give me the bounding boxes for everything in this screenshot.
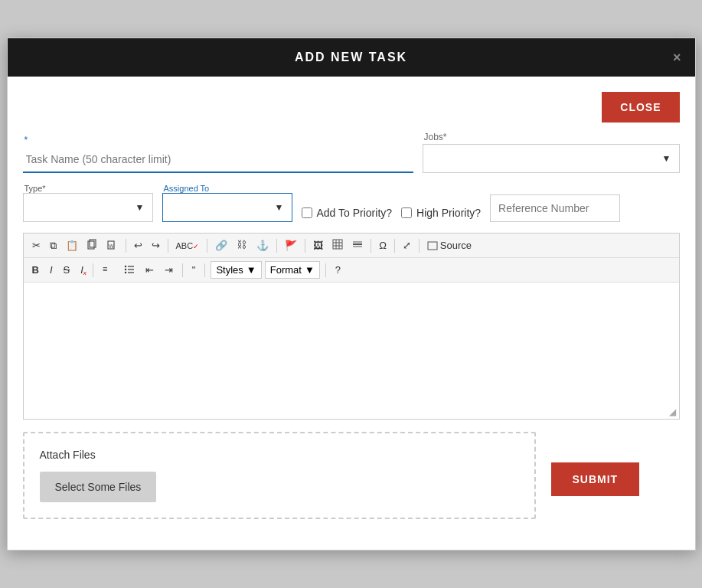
form-row-2: Type* ▼ Assigned To ▼ — [23, 184, 680, 222]
header-close-x[interactable]: × — [673, 50, 683, 66]
toolbar-sep-2 — [168, 239, 168, 253]
type-label: Type* — [23, 184, 153, 193]
reference-number-input[interactable] — [490, 194, 620, 222]
ordered-list-button[interactable]: ≡ — [99, 261, 117, 279]
toolbar-sep-11 — [204, 263, 205, 277]
format-dropdown[interactable]: Format ▼ — [265, 261, 320, 279]
editor-resize-handle[interactable]: ◢ — [24, 405, 679, 419]
attach-files-section: Attach Files Select Some Files — [23, 432, 536, 519]
spellcheck-button[interactable]: ABC✓ — [172, 239, 204, 253]
svg-rect-13 — [428, 242, 437, 250]
editor-toolbar-row1: ✂ ⧉ 📋 W ↩ ↪ ABC✓ 🔗 ⛓ ⚓ — [24, 234, 679, 258]
copy-button[interactable]: ⧉ — [46, 237, 60, 254]
toolbar-sep-5 — [305, 239, 305, 253]
cut-button[interactable]: ✂ — [28, 237, 44, 253]
image-button[interactable]: 🖼 — [309, 237, 327, 253]
outdent-button[interactable]: ⇤ — [142, 262, 158, 278]
toolbar-sep-1 — [126, 239, 126, 253]
fullscreen-button[interactable]: ⤢ — [399, 237, 415, 253]
styles-label: Styles — [216, 264, 243, 276]
toolbar-sep-9 — [93, 263, 93, 277]
toolbar-sep-4 — [276, 239, 277, 253]
modal-body: CLOSE * Jobs* ▼ Type* — [8, 77, 695, 550]
format-arrow: ▼ — [305, 264, 315, 276]
special-char-button[interactable]: Ω — [375, 237, 390, 253]
add-priority-checkbox[interactable] — [302, 207, 312, 218]
type-select[interactable] — [24, 194, 152, 221]
jobs-group: Jobs* ▼ — [423, 132, 680, 173]
task-name-input[interactable] — [23, 147, 413, 173]
modal-header: ADD NEW TASK × — [8, 38, 695, 77]
source-button[interactable]: Source — [423, 237, 475, 253]
strikethrough-button[interactable]: S — [60, 262, 74, 278]
assigned-to-group: Assigned To ▼ — [162, 184, 292, 222]
form-row-1: * Jobs* ▼ — [23, 132, 680, 173]
close-button[interactable]: CLOSE — [602, 92, 679, 122]
toolbar-sep-10 — [182, 263, 183, 277]
svg-point-17 — [125, 269, 126, 270]
high-priority-label: High Priority? — [416, 207, 481, 219]
jobs-select-wrapper: ▼ — [423, 144, 680, 173]
bold-button[interactable]: B — [28, 262, 43, 278]
anchor-button[interactable]: ⚓ — [253, 237, 273, 253]
jobs-label: Jobs* — [423, 132, 680, 142]
attach-files-label: Attach Files — [40, 449, 519, 461]
toolbar-sep-7 — [394, 239, 395, 253]
toolbar-sep-6 — [371, 239, 371, 253]
modal-container: ADD NEW TASK × CLOSE * Jobs* ▼ — [7, 38, 696, 550]
type-wrapper: ▼ — [23, 193, 153, 222]
styles-arrow: ▼ — [247, 264, 256, 276]
editor-container: ✂ ⧉ 📋 W ↩ ↪ ABC✓ 🔗 ⛓ ⚓ — [23, 233, 680, 420]
toolbar-sep-8 — [419, 239, 420, 253]
hr-button[interactable] — [348, 237, 367, 254]
link-button[interactable]: 🔗 — [211, 237, 231, 253]
svg-text:W: W — [109, 243, 114, 249]
editor-toolbar-row2: B I S Ix ≡ ⇤ ⇥ " Styles — [24, 258, 679, 283]
indent-button[interactable]: ⇥ — [161, 262, 177, 278]
svg-point-19 — [125, 272, 126, 273]
toolbar-sep-3 — [207, 239, 207, 253]
task-name-label: * — [23, 135, 413, 145]
high-priority-group: High Priority? — [401, 207, 481, 222]
editor-content-area[interactable] — [24, 283, 679, 405]
redo-button[interactable]: ↪ — [148, 237, 164, 253]
styles-dropdown[interactable]: Styles ▼ — [211, 261, 261, 279]
modal-title: ADD NEW TASK — [295, 51, 407, 64]
toolbar-sep-12 — [325, 263, 326, 277]
undo-button[interactable]: ↩ — [130, 237, 146, 253]
help-button[interactable]: ? — [331, 262, 344, 278]
assigned-to-select[interactable] — [163, 194, 292, 221]
high-priority-checkbox[interactable] — [401, 207, 412, 218]
resize-icon: ◢ — [669, 407, 676, 417]
svg-text:⛓: ⛓ — [237, 239, 247, 250]
table-button[interactable] — [328, 237, 347, 254]
unordered-list-button[interactable] — [120, 261, 139, 279]
type-group: Type* ▼ — [23, 184, 153, 222]
blockquote-button[interactable]: " — [188, 262, 200, 278]
svg-point-15 — [125, 266, 126, 267]
bottom-section: Attach Files Select Some Files SUBMIT — [23, 432, 680, 534]
source-label: Source — [440, 240, 472, 251]
paste-word-button[interactable]: W — [103, 237, 122, 254]
submit-button[interactable]: SUBMIT — [551, 462, 640, 496]
remove-format-button[interactable]: Ix — [77, 262, 87, 278]
flag-button[interactable]: 🚩 — [281, 237, 301, 253]
svg-rect-5 — [333, 240, 342, 249]
select-files-button[interactable]: Select Some Files — [40, 472, 157, 502]
submit-wrapper: SUBMIT — [551, 432, 640, 496]
add-priority-group: Add To Priority? — [302, 207, 393, 222]
assigned-to-wrapper: ▼ — [162, 193, 292, 222]
format-label: Format — [270, 264, 302, 276]
svg-text:≡: ≡ — [103, 264, 107, 273]
add-priority-label: Add To Priority? — [317, 207, 393, 219]
reference-number-group — [490, 194, 620, 222]
italic-button[interactable]: I — [46, 262, 57, 278]
assigned-to-label: Assigned To — [162, 184, 292, 193]
unlink-button[interactable]: ⛓ — [233, 237, 251, 254]
close-btn-row: CLOSE — [23, 92, 680, 122]
task-name-group: * — [23, 135, 413, 173]
jobs-select[interactable] — [423, 145, 679, 172]
paste-button[interactable]: 📋 — [62, 237, 82, 253]
paste-text-button[interactable] — [83, 237, 102, 254]
